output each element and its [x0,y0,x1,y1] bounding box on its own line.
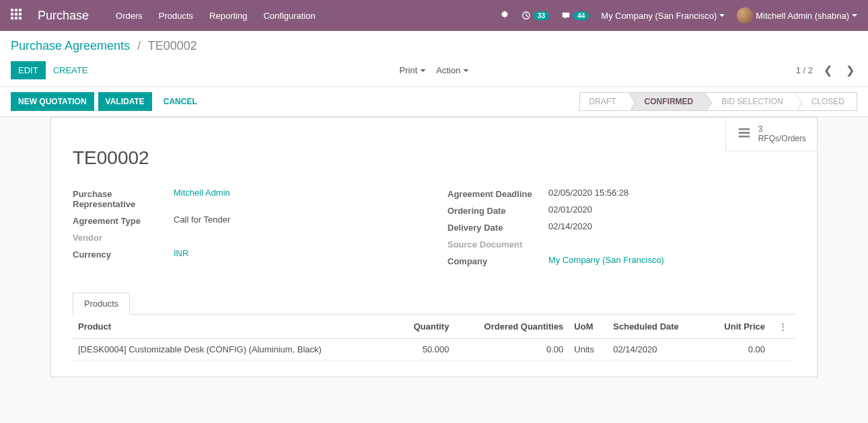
messages-count: 44 [573,11,589,20]
app-brand[interactable]: Purchase [38,9,89,23]
status-steps: DRAFT CONFIRMED BID SELECTION CLOSED [579,92,857,111]
currency-label: Currency [73,248,174,260]
status-bar: NEW QUOTATION VALIDATE CANCEL DRAFT CONF… [0,87,868,117]
user-menu[interactable]: Mitchell Admin (shabna) [737,7,857,24]
cell-uom: Units [569,339,608,360]
nav-products[interactable]: Products [159,11,193,21]
breadcrumb: Purchase Agreements / TE00002 [11,39,857,53]
rep-label: Purchase Representative [73,188,174,209]
avatar [737,7,753,24]
cell-ordered: 0.00 [454,339,569,360]
breadcrumb-current: TE00002 [148,39,197,52]
activities-button[interactable]: 33 [521,11,549,20]
activities-count: 33 [534,11,549,20]
cell-scheduled: 02/14/2020 [608,339,704,360]
new-quotation-button[interactable]: NEW QUOTATION [11,92,94,111]
nav-menu: Orders Products Reporting Configuration [116,11,316,21]
cell-quantity: 50.000 [396,339,454,360]
currency-value[interactable]: INR [174,248,421,260]
company-value[interactable]: My Company (San Francisco) [548,255,795,266]
deadline-value: 02/05/2020 15:56:28 [548,188,795,199]
rep-value[interactable]: Mitchell Admin [174,188,421,209]
validate-button[interactable]: VALIDATE [98,92,152,111]
company-label: Company [447,255,548,266]
stat-label: RFQs/Orders [758,134,806,143]
debug-icon[interactable] [500,10,509,22]
source-doc-label: Source Document [447,238,548,249]
chevron-down-icon [719,14,725,17]
table-header-row: Product Quantity Ordered Quantities UoM … [73,315,795,339]
delivery-date-label: Delivery Date [447,221,548,233]
chevron-down-icon [420,69,425,72]
svg-rect-1 [738,128,750,130]
rfq-orders-stat-button[interactable]: 3 RFQs/Orders [726,118,817,151]
nav-configuration[interactable]: Configuration [263,11,315,21]
form-grid: Purchase Representative Mitchell Admin A… [73,188,795,272]
record-title: TE00002 [73,147,795,169]
list-icon [737,126,752,143]
agreement-type-label: Agreement Type [73,215,174,226]
kebab-icon[interactable]: ⋮ [776,321,790,332]
button-box: 3 RFQs/Orders [725,118,817,151]
messages-button[interactable]: 44 [561,11,589,20]
chevron-down-icon [852,14,857,17]
print-label: Print [400,65,418,75]
chevron-down-icon [463,69,468,72]
tab-products[interactable]: Products [73,293,130,315]
status-closed[interactable]: CLOSED [795,92,857,111]
th-product[interactable]: Product [73,315,396,339]
cell-product: [DESK0004] Customizable Desk (CONFIG) (A… [73,339,396,360]
top-nav: Purchase Orders Products Reporting Confi… [0,0,868,31]
ordering-date-label: Ordering Date [447,204,548,216]
cancel-button[interactable]: CANCEL [156,92,205,111]
vendor-value [174,231,421,243]
edit-button[interactable]: EDIT [11,61,46,79]
th-quantity[interactable]: Quantity [396,315,454,339]
company-switcher[interactable]: My Company (San Francisco) [601,11,725,21]
status-confirmed[interactable]: CONFIRMED [628,92,706,111]
pager-prev[interactable]: ❮ [821,64,835,77]
create-button[interactable]: CREATE [46,61,96,79]
apps-icon[interactable] [11,9,24,22]
th-uom[interactable]: UoM [569,315,608,339]
form-col-right: Agreement Deadline 02/05/2020 15:56:28 O… [447,188,795,272]
vendor-label: Vendor [73,231,174,243]
ordering-date-value: 02/01/2020 [548,204,795,216]
control-panel: Purchase Agreements / TE00002 EDIT CREAT… [0,31,868,87]
nav-reporting[interactable]: Reporting [209,11,247,21]
stat-count: 3 [758,124,806,134]
pager-text: 1 / 2 [796,65,813,75]
delivery-date-value: 02/14/2020 [548,221,795,233]
agreement-type-value: Call for Tender [174,215,421,226]
form-col-left: Purchase Representative Mitchell Admin A… [73,188,421,272]
svg-rect-2 [738,132,750,134]
pager-next[interactable]: ❯ [843,64,857,77]
form-sheet: 3 RFQs/Orders TE00002 Purchase Represent… [50,117,818,377]
th-ordered[interactable]: Ordered Quantities [454,315,569,339]
print-dropdown[interactable]: Print [400,65,426,75]
cell-price: 0.00 [705,339,770,360]
status-draft[interactable]: DRAFT [579,92,628,111]
th-price[interactable]: Unit Price [705,315,770,339]
tabs: Products [73,292,795,315]
nav-orders[interactable]: Orders [116,11,143,21]
products-table: Product Quantity Ordered Quantities UoM … [73,315,795,360]
breadcrumb-sep: / [137,39,141,52]
th-scheduled[interactable]: Scheduled Date [608,315,704,339]
table-row[interactable]: [DESK0004] Customizable Desk (CONFIG) (A… [73,339,795,360]
status-bid-selection[interactable]: BID SELECTION [705,92,795,111]
action-label: Action [436,65,460,75]
breadcrumb-parent[interactable]: Purchase Agreements [11,39,130,52]
svg-rect-3 [738,136,750,138]
sheet-background: 3 RFQs/Orders TE00002 Purchase Represent… [0,117,868,397]
user-name: Mitchell Admin (shabna) [756,11,849,21]
source-doc-value [548,238,795,249]
company-name: My Company (San Francisco) [601,11,717,21]
action-dropdown[interactable]: Action [436,65,468,75]
nav-right: 33 44 My Company (San Francisco) Mitchel… [500,7,857,24]
deadline-label: Agreement Deadline [447,188,548,199]
